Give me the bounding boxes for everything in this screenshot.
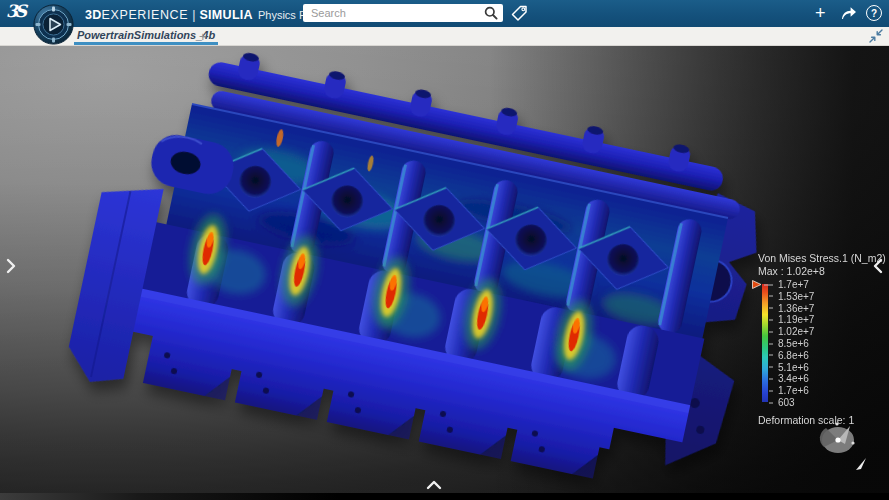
legend-tick-label: 8.5e+6 — [778, 338, 809, 349]
legend-tick-label: 1.36e+7 — [778, 302, 814, 313]
legend-tick-label: 1.7e+7 — [778, 279, 809, 290]
legend-tick-label: 1.02e+7 — [778, 326, 814, 337]
tag-icon[interactable] — [509, 4, 529, 24]
deformation-scale-label: Deformation scale: 1 — [758, 414, 886, 426]
share-icon[interactable] — [840, 5, 858, 21]
chevron-right-icon[interactable] — [6, 258, 16, 274]
legend-marker-icon[interactable] — [752, 280, 762, 289]
top-bar: 3S 3DEXPERIENCE|SIMULIAPhysics Results E… — [0, 0, 889, 27]
legend-tick-label: 1.53e+7 — [778, 290, 814, 301]
viewport-3d[interactable]: Von Mises Stress.1 (N_m2) Max : 1.02e+8 … — [0, 46, 889, 493]
title-separator: | — [188, 8, 199, 22]
stress-legend: Von Mises Stress.1 (N_m2) Max : 1.02e+8 … — [758, 252, 886, 426]
view-gizmo-icon[interactable] — [812, 418, 870, 474]
legend-max-value: Max : 1.02e+8 — [758, 265, 886, 278]
tab-bar: PowertrainSimulations_4b + — [0, 27, 889, 46]
cursor-arrow-icon — [856, 458, 866, 470]
product-name-bold: 3D — [85, 8, 102, 22]
legend-scale: 1.7e+7 1.53e+7 1.36e+7 1.19e+7 1.02e+7 8… — [762, 284, 886, 410]
brand-name: SIMULIA — [199, 8, 253, 22]
search-box[interactable] — [303, 4, 503, 22]
legend-tick-label: 3.4e+6 — [778, 373, 809, 384]
legend-title: Von Mises Stress.1 (N_m2) — [758, 252, 886, 265]
collapse-icon[interactable] — [869, 29, 883, 43]
ds-logo-icon: 3S — [6, 1, 24, 21]
new-tab-button[interactable]: + — [199, 29, 207, 44]
plus-icon[interactable]: + — [815, 0, 826, 27]
bottom-bar — [0, 493, 889, 500]
chevron-left-icon[interactable] — [873, 258, 883, 274]
ds-logo-text: 3S — [6, 1, 24, 21]
legend-tick-label: 5.1e+6 — [778, 361, 809, 372]
engine-model-render[interactable] — [0, 46, 889, 493]
help-icon[interactable]: ? — [866, 5, 882, 21]
legend-tick-label: 6.8e+6 — [778, 349, 809, 360]
legend-tick-label: 1.19e+7 — [778, 314, 814, 325]
engine-block — [63, 46, 780, 493]
legend-color-bar — [762, 284, 768, 402]
tab-powertrain-simulations[interactable]: PowertrainSimulations_4b — [74, 28, 218, 45]
chevron-up-icon[interactable] — [426, 480, 442, 490]
search-icon[interactable] — [484, 6, 498, 20]
legend-tick-label: 603 — [778, 397, 795, 408]
product-name-rest: EXPERIENCE — [102, 8, 189, 22]
compass-icon[interactable] — [33, 4, 74, 45]
legend-tick-label: 1.7e+6 — [778, 385, 809, 396]
search-input[interactable] — [303, 4, 483, 22]
